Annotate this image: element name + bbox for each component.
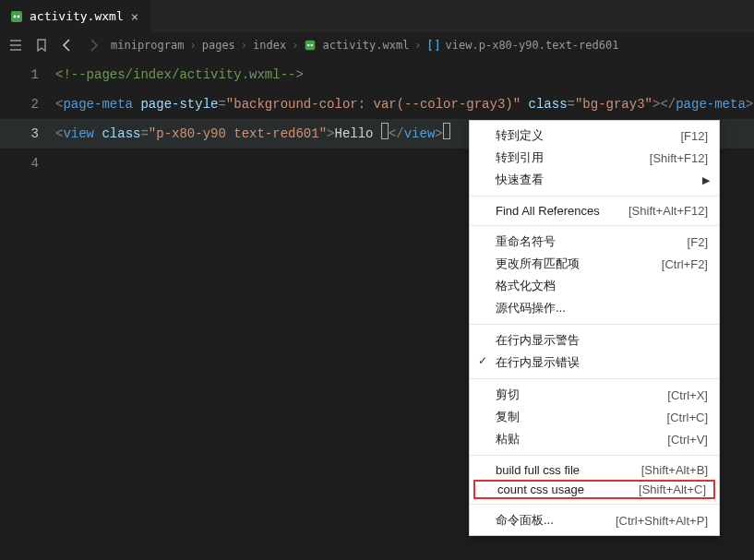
close-icon[interactable]: × — [129, 9, 140, 24]
code-comment: <!--pages/index/activity.wxml--> — [55, 67, 304, 82]
line-number: 2 — [0, 89, 55, 119]
breadcrumb-toolbar: miniprogram › pages › index › activity.w… — [0, 32, 754, 58]
svg-point-4 — [308, 44, 310, 46]
crumb-folder[interactable]: miniprogram — [111, 39, 184, 52]
chevron-right-icon: › — [189, 39, 196, 52]
menu-format-document[interactable]: 格式化文档 — [470, 275, 719, 297]
crumb-file[interactable]: activity.wxml — [322, 39, 409, 52]
code-line: 1 <!--pages/index/activity.wxml--> — [0, 60, 754, 89]
menu-separator — [470, 324, 719, 325]
editor-tab[interactable]: activity.wxml × — [0, 0, 150, 32]
menu-separator — [470, 196, 719, 197]
crumb-folder[interactable]: pages — [202, 39, 235, 52]
svg-point-1 — [14, 15, 17, 18]
nav-forward-icon[interactable] — [85, 37, 102, 54]
menu-find-all-references[interactable]: Find All References[Shift+Alt+F12] — [470, 201, 719, 220]
text-cursor — [381, 123, 389, 139]
chevron-right-icon: › — [414, 39, 421, 52]
nav-back-icon[interactable] — [59, 37, 76, 54]
wxml-file-icon — [304, 39, 317, 52]
menu-inline-errors[interactable]: 在行内显示错误 — [470, 351, 719, 374]
menu-separator — [470, 504, 719, 505]
text-cursor — [443, 123, 450, 139]
menu-rename-symbol[interactable]: 重命名符号[F2] — [470, 231, 719, 253]
crumb-folder[interactable]: index — [253, 39, 286, 52]
menu-change-all-occurrences[interactable]: 更改所有匹配项[Ctrl+F2] — [470, 253, 719, 275]
tab-title: activity.wxml — [30, 9, 124, 23]
breadcrumb: miniprogram › pages › index › activity.w… — [111, 39, 747, 52]
svg-point-2 — [18, 15, 20, 18]
svg-rect-3 — [305, 41, 316, 51]
chevron-right-icon: › — [292, 39, 298, 52]
line-number: 4 — [0, 149, 55, 178]
wxml-file-icon — [9, 9, 24, 24]
menu-build-full-css-file[interactable]: build full css file[Shift+Alt+B] — [470, 460, 719, 480]
menu-source-action[interactable]: 源代码操作... — [470, 297, 719, 319]
menu-separator — [470, 225, 719, 226]
menu-command-palette[interactable]: 命令面板...[Ctrl+Shift+Alt+P] — [470, 509, 719, 531]
menu-count-css-usage[interactable]: count css usage[Shift+Alt+C] — [473, 480, 715, 499]
menu-paste[interactable]: 粘贴[Ctrl+V] — [470, 428, 719, 450]
code-line: 2 <page-meta page-style="background-colo… — [0, 89, 754, 119]
chevron-right-icon: › — [241, 39, 247, 52]
menu-copy[interactable]: 复制[Ctrl+C] — [470, 406, 719, 428]
menu-peek[interactable]: 快速查看▶ — [470, 169, 719, 191]
line-number: 3 — [0, 119, 55, 149]
menu-goto-references[interactable]: 转到引用[Shift+F12] — [470, 147, 719, 169]
menu-icon[interactable] — [7, 37, 24, 54]
menu-separator — [470, 378, 719, 379]
line-number: 1 — [0, 60, 55, 89]
menu-inline-warnings[interactable]: 在行内显示警告 — [470, 329, 719, 351]
context-menu: 转到定义[F12] 转到引用[Shift+F12] 快速查看▶ Find All… — [469, 120, 720, 536]
svg-point-5 — [311, 44, 313, 46]
bookmark-icon[interactable] — [33, 37, 50, 54]
crumb-symbol[interactable]: view.p-x80-y90.text-red601 — [446, 39, 619, 52]
menu-goto-definition[interactable]: 转到定义[F12] — [470, 125, 719, 147]
svg-rect-0 — [11, 11, 22, 22]
symbol-icon — [427, 39, 440, 52]
tab-bar: activity.wxml × — [0, 0, 754, 32]
submenu-arrow-icon: ▶ — [702, 174, 710, 186]
menu-cut[interactable]: 剪切[Ctrl+X] — [470, 384, 719, 406]
menu-separator — [470, 455, 719, 456]
